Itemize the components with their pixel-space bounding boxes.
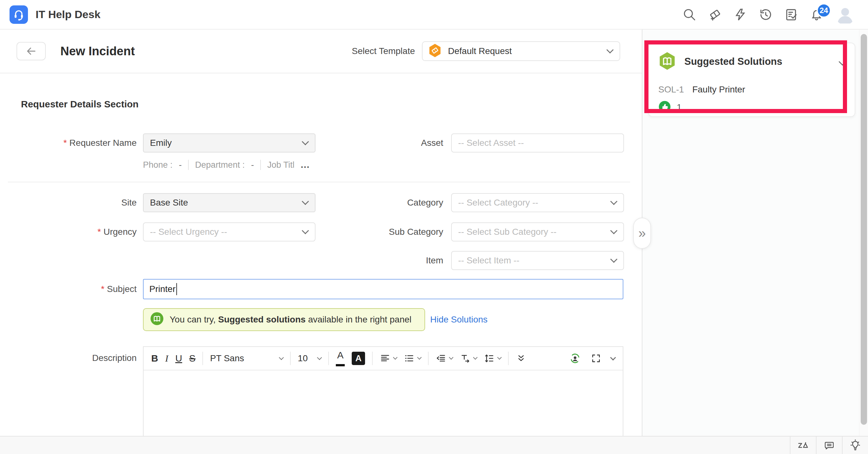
requester-name-value: Emily [150,138,172,148]
job-title-label: Job Titl [267,160,294,170]
page-title: New Incident [60,44,135,58]
user-avatar[interactable] [835,4,855,25]
sub-category-placeholder: -- Select Sub Category -- [458,227,557,237]
urgency-select[interactable]: -- Select Urgency -- [143,222,315,241]
text-caret [176,283,177,295]
tasks-icon[interactable] [784,8,798,22]
divider [188,160,189,170]
template-label: Select Template [352,46,415,56]
divider [203,352,203,365]
likes-count: 1 [677,102,682,113]
solution-book-icon [150,312,164,328]
italic-button[interactable]: I [165,353,168,364]
subject-value: Printer [149,284,175,294]
font-family-select[interactable]: PT Sans [210,353,283,363]
font-size-select[interactable]: 10 [298,353,321,363]
site-value: Base Site [150,198,188,208]
font-size-value: 10 [298,353,308,363]
indent-select[interactable] [436,353,453,364]
list-select[interactable] [404,353,421,364]
text-color-button[interactable]: A [336,351,345,366]
divider [328,352,329,365]
chevron-down-icon [610,256,618,263]
asset-label: Asset [302,133,443,152]
divider [428,352,429,365]
solution-item[interactable]: SOL-1 Faulty Printer [658,85,845,95]
zia-assistant-icon[interactable] [790,436,816,454]
phone-value: - [179,160,182,170]
search-icon[interactable] [682,8,696,22]
editor-toolbar: B I U S PT Sans 10 A [144,347,623,370]
chevron-down-icon [393,355,398,360]
category-placeholder: -- Select Category -- [458,198,538,208]
line-spacing-select[interactable] [484,353,501,364]
item-label: Item [302,251,443,270]
editor-more-chevron-icon[interactable] [610,355,616,360]
description-textarea[interactable] [144,370,623,436]
chevron-down-icon [610,198,618,205]
add-request-icon[interactable] [708,8,722,22]
site-select[interactable]: Base Site [143,193,315,212]
font-family-value: PT Sans [210,353,244,363]
topbar-actions: 24 [682,4,855,25]
editor-right-tools [569,352,615,364]
sub-category-select[interactable]: -- Select Sub Category -- [451,222,624,241]
template-value: Default Request [448,46,512,56]
scrollbar-track [859,30,868,436]
chevron-down-icon [417,355,422,360]
collapse-solutions-chevron-icon[interactable] [838,58,846,65]
form-divider [8,182,630,182]
template-select[interactable]: Default Request [422,41,620,61]
app-title: IT Help Desk [36,8,100,21]
lightbulb-icon[interactable] [842,436,868,454]
sub-category-label: Sub Category [302,222,443,241]
personalize-user-icon[interactable] [569,352,581,364]
history-icon[interactable] [759,8,773,22]
template-group: Select Template Default Request [352,41,620,61]
fullscreen-button[interactable] [591,353,601,364]
asset-input[interactable]: -- Select Asset -- [451,133,624,152]
solutions-card-header: Suggested Solutions [658,52,845,72]
more-formatting-button[interactable] [516,353,526,364]
category-label: Category [302,193,443,212]
bold-button[interactable]: B [151,353,158,364]
requester-name-select[interactable]: Emily [143,133,315,152]
description-label: Description [0,346,136,370]
strikethrough-button[interactable]: S [189,353,195,364]
quick-actions-icon[interactable] [733,8,747,22]
more-dots[interactable]: ... [301,160,310,170]
align-select[interactable] [380,353,397,364]
solutions-banner: You can try, Suggested solutions availab… [143,308,425,331]
chat-icon[interactable] [816,436,842,454]
category-select[interactable]: -- Select Category -- [451,193,624,212]
underline-button[interactable]: U [175,353,182,364]
notifications-icon[interactable]: 24 [810,8,824,22]
item-select[interactable]: -- Select Item -- [451,251,624,270]
chevron-down-icon [473,355,477,360]
solution-id: SOL-1 [658,85,684,95]
solution-title: Faulty Printer [692,85,745,95]
back-button[interactable] [17,42,46,60]
scrollbar-thumb[interactable] [861,34,867,425]
phone-label: Phone : [143,160,173,170]
asset-placeholder: -- Select Asset -- [458,138,524,148]
suggested-solutions-card: Suggested Solutions SOL-1 Faulty Printer… [648,42,855,117]
highlight-color-button[interactable]: A [352,352,365,365]
chevron-down-icon [607,47,614,54]
chevron-down-icon [317,355,322,360]
notification-badge: 24 [816,3,831,18]
banner-text: You can try, Suggested solutions availab… [170,314,411,325]
requester-meta: Phone : - Department : - Job Titl ... [143,158,310,172]
item-placeholder: -- Select Item -- [458,255,520,266]
divider [372,352,373,365]
subject-input[interactable]: Printer [143,279,623,299]
divider [260,160,261,170]
collapse-panel-button[interactable]: » [633,218,651,249]
solution-likes: 1 [658,100,845,114]
hide-solutions-link[interactable]: Hide Solutions [430,308,488,331]
subject-label: *Subject [0,279,136,299]
page-header: New Incident Select Template Default Re [0,30,642,73]
thumbs-up-icon [658,100,671,114]
text-direction-select[interactable] [460,353,477,364]
site-label: Site [0,193,136,212]
